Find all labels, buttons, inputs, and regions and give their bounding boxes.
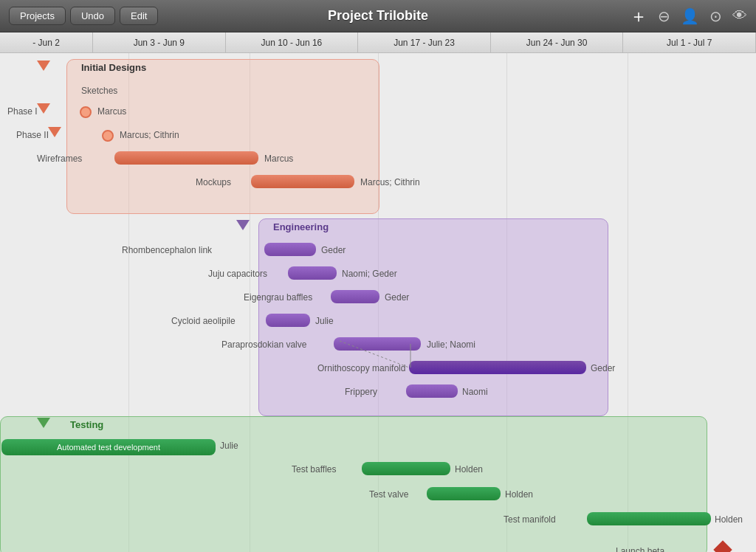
projects-button[interactable]: Projects <box>9 7 66 25</box>
launch-beta-label: Launch beta <box>616 546 664 552</box>
mockups-label: Mockups <box>196 177 231 187</box>
date-col-2: Jun 10 - Jun 16 <box>226 32 359 52</box>
wireframes-person: Marcus <box>264 153 293 164</box>
test-manifold-person: Holden <box>715 514 743 525</box>
orni-bar <box>409 361 586 374</box>
cycloid-person: Julie <box>315 316 334 326</box>
eye-icon[interactable]: 👁 <box>732 7 747 24</box>
wireframes-label: Wireframes <box>37 153 82 164</box>
topbar-left: Projects Undo Edit <box>9 7 158 25</box>
juju-bar <box>288 266 337 280</box>
sketches-label: Sketches <box>81 86 117 96</box>
circle-icon[interactable]: ⊙ <box>709 7 722 25</box>
topbar: Projects Undo Edit Project Trilobite ＋ ⊖… <box>0 0 756 32</box>
triangle-phase2 <box>48 127 61 137</box>
phase1-milestone <box>80 106 92 118</box>
project-title: Project Trilobite <box>328 8 428 24</box>
topbar-icons: ＋ ⊖ 👤 ⊙ 👁 <box>630 4 747 28</box>
eigengrau-person: Geder <box>385 292 409 303</box>
triangle-initial <box>37 61 50 71</box>
test-baffles-bar <box>362 462 450 475</box>
para-person: Julie; Naomi <box>427 339 475 350</box>
para-bar <box>334 337 421 351</box>
frippery-person: Naomi <box>462 387 488 397</box>
auto-test-bar: Automated test development <box>1 439 216 455</box>
rhombo-bar <box>264 243 316 256</box>
mockups-person: Marcus; Cithrin <box>360 177 420 187</box>
phase-testing <box>0 416 707 552</box>
cycloid-bar <box>266 314 310 327</box>
phase2-row-label: Phase II <box>16 130 49 140</box>
launch-diamond <box>713 540 732 552</box>
phase1-row-label: Phase I <box>7 106 38 117</box>
user-icon[interactable]: 👤 <box>681 7 699 25</box>
test-valve-bar <box>427 487 501 500</box>
auto-test-label: Automated test development <box>57 443 160 452</box>
cycloid-label: Cycloid aeolipile <box>171 316 236 326</box>
juju-label: Juju capacitors <box>208 269 267 279</box>
para-label: Paraprosdokian valve <box>221 339 306 350</box>
date-header: - Jun 2 Jun 3 - Jun 9 Jun 10 - Jun 16 Ju… <box>0 32 756 53</box>
eigengrau-bar <box>331 290 379 303</box>
test-valve-label: Test valve <box>369 489 408 500</box>
phase-engineering-header: Engineering <box>273 221 329 232</box>
test-manifold-bar <box>587 512 711 525</box>
orni-person: Geder <box>591 363 615 373</box>
main-area: Initial Designs Sketches Phase I Marcus … <box>0 53 756 552</box>
juju-person: Naomi; Geder <box>342 269 397 279</box>
test-baffles-person: Holden <box>455 464 483 475</box>
phase2-milestone <box>102 130 114 142</box>
edit-button[interactable]: Edit <box>120 7 158 25</box>
date-col-4: Jun 24 - Jun 30 <box>491 32 624 52</box>
triangle-engineering <box>236 220 250 230</box>
date-col-0: - Jun 2 <box>0 32 93 52</box>
rhombo-label: Rhombencephalon link <box>122 245 212 255</box>
frippery-label: Frippery <box>345 387 377 397</box>
undo-button[interactable]: Undo <box>70 7 115 25</box>
minus-icon[interactable]: ⊖ <box>658 7 670 25</box>
triangle-testing <box>37 418 50 428</box>
phase2-person: Marcus; Cithrin <box>120 130 179 140</box>
test-valve-person: Holden <box>505 489 533 500</box>
triangle-phase1 <box>37 103 50 114</box>
gantt-chart: Initial Designs Sketches Phase I Marcus … <box>0 53 756 552</box>
test-baffles-label: Test baffles <box>292 464 336 475</box>
auto-test-person: Julie <box>220 441 238 451</box>
date-col-3: Jun 17 - Jun 23 <box>358 32 491 52</box>
mockups-bar <box>251 175 354 188</box>
add-icon[interactable]: ＋ <box>630 4 647 28</box>
orni-label: Ornithoscopy manifold <box>317 363 405 373</box>
phase-testing-header: Testing <box>70 419 103 430</box>
test-manifold-label: Test manifold <box>504 514 556 525</box>
phase1-person: Marcus <box>97 106 126 117</box>
frippery-bar <box>406 384 458 398</box>
rhombo-person: Geder <box>321 245 346 255</box>
wireframes-bar <box>114 151 258 165</box>
date-col-1: Jun 3 - Jun 9 <box>93 32 226 52</box>
eigengrau-label: Eigengrau baffles <box>244 292 312 303</box>
date-col-5: Jul 1 - Jul 7 <box>623 32 756 52</box>
phase-initial-header: Initial Designs <box>81 62 146 73</box>
